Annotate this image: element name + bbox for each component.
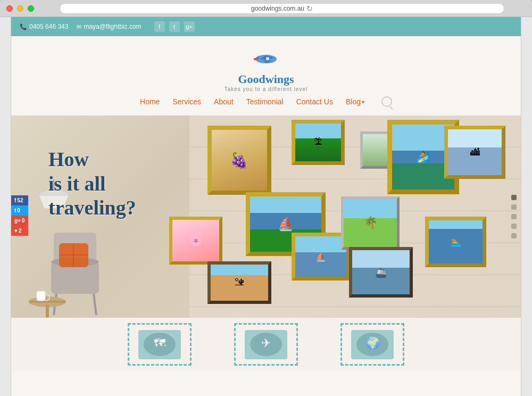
logo-tagline: Takes you to a different level bbox=[225, 86, 308, 92]
nav-about[interactable]: About bbox=[214, 97, 234, 106]
stamp-inner-2: ✈ bbox=[245, 330, 287, 359]
close-button[interactable] bbox=[6, 5, 13, 12]
photo-frame-10: 🚢 bbox=[349, 247, 413, 298]
scroll-dot-5[interactable] bbox=[511, 233, 517, 238]
site-header: Goodwings Takes you to a different level… bbox=[11, 36, 521, 116]
logo-icon bbox=[247, 46, 285, 72]
maximize-button[interactable] bbox=[28, 5, 34, 12]
googleplus-icon: g+ bbox=[14, 218, 21, 224]
scroll-dot-1[interactable] bbox=[511, 195, 517, 200]
website-content: 📞 0405 646 343 ✉ maya@flightbiz.com f t … bbox=[11, 17, 521, 396]
twitter-topbar-icon[interactable]: t bbox=[169, 21, 180, 32]
nav-blog-dropdown[interactable]: Blog ▾ bbox=[346, 97, 364, 106]
facebook-icon: f bbox=[14, 197, 16, 203]
social-icons-topbar: f t g+ bbox=[154, 21, 195, 32]
social-sidebar: f 52 t 0 g+ 0 ♥ 2 bbox=[11, 195, 28, 236]
phone-info: 📞 0405 646 343 bbox=[20, 23, 68, 30]
photo-frame-6: 🌸 bbox=[169, 217, 222, 265]
googleplus-count: 0 bbox=[22, 218, 25, 224]
scroll-dot-2[interactable] bbox=[511, 204, 517, 210]
stamp-inner-3: 🌍 bbox=[351, 330, 394, 359]
nav-contact[interactable]: Contact Us bbox=[296, 97, 333, 106]
phone-icon: 📞 bbox=[20, 23, 27, 30]
facebook-count: 52 bbox=[17, 197, 23, 203]
hero-line2: is it all bbox=[48, 172, 106, 195]
svg-text:🌍: 🌍 bbox=[365, 336, 380, 350]
below-hero-section: 🗺 ✈ 🌍 bbox=[11, 318, 521, 371]
main-navigation: Home Services About Testimonial Contact … bbox=[140, 92, 392, 111]
url-text: goodwings.com.au bbox=[251, 5, 304, 12]
address-bar[interactable]: goodwings.com.au ↻ bbox=[60, 3, 504, 14]
nav-home[interactable]: Home bbox=[140, 97, 160, 106]
svg-line-13 bbox=[94, 294, 96, 315]
scroll-dots[interactable] bbox=[511, 195, 517, 238]
search-icon[interactable] bbox=[381, 96, 392, 107]
browser-window: goodwings.com.au ↻ 📞 0405 646 343 ✉ maya… bbox=[0, 0, 532, 396]
photo-frames-area: 🍇 🏝 🏄 bbox=[139, 116, 521, 318]
chevron-down-icon: ▾ bbox=[362, 99, 364, 105]
nav-services[interactable]: Services bbox=[172, 97, 201, 106]
browser-titlebar: goodwings.com.au ↻ bbox=[0, 0, 532, 17]
svg-rect-18 bbox=[29, 301, 66, 303]
facebook-topbar-icon[interactable]: f bbox=[154, 21, 165, 32]
stamp-inner-1: 🗺 bbox=[138, 330, 181, 359]
hero-line3: traveling? bbox=[48, 196, 136, 219]
scroll-dot-4[interactable] bbox=[511, 224, 517, 229]
email-address[interactable]: maya@flightbiz.com bbox=[84, 23, 141, 30]
svg-text:🗺: 🗺 bbox=[154, 336, 166, 350]
photo-frame-12: 🏙 bbox=[444, 126, 505, 179]
svg-point-4 bbox=[266, 57, 269, 60]
svg-rect-20 bbox=[37, 291, 45, 301]
minimize-button[interactable] bbox=[17, 5, 23, 12]
stamp-3: 🌍 bbox=[340, 323, 404, 366]
email-info: ✉ maya@flightbiz.com bbox=[77, 23, 141, 30]
photo-frame-11: 🏊 bbox=[425, 217, 486, 267]
heart-count: 2 bbox=[19, 228, 22, 234]
logo-container: Goodwings Takes you to a different level bbox=[225, 46, 308, 92]
googleplus-sidebar[interactable]: g+ 0 bbox=[11, 216, 28, 226]
nav-blog-label[interactable]: Blog bbox=[346, 97, 361, 106]
photo-frame-1: 🍇 bbox=[207, 126, 271, 195]
googleplus-topbar-icon[interactable]: g+ bbox=[184, 21, 195, 32]
heart-sidebar[interactable]: ♥ 2 bbox=[11, 226, 28, 236]
phone-number: 0405 646 343 bbox=[29, 23, 68, 30]
photo-frame-2: 🏝 bbox=[292, 120, 345, 165]
svg-text:✈: ✈ bbox=[261, 336, 271, 350]
stamp-1: 🗺 bbox=[128, 323, 192, 366]
photo-frame-9: 🌴 bbox=[341, 196, 400, 250]
nav-testimonial[interactable]: Testimonial bbox=[246, 97, 284, 106]
scroll-dot-3[interactable] bbox=[511, 214, 517, 219]
hero-section: f 52 t 0 g+ 0 ♥ 2 How bbox=[11, 116, 521, 318]
svg-rect-5 bbox=[254, 58, 257, 60]
stamp-2: ✈ bbox=[234, 323, 298, 366]
twitter-count: 0 bbox=[17, 208, 20, 213]
twitter-sidebar[interactable]: t 0 bbox=[11, 205, 28, 216]
refresh-icon[interactable]: ↻ bbox=[306, 4, 313, 13]
top-bar: 📞 0405 646 343 ✉ maya@flightbiz.com f t … bbox=[11, 17, 521, 36]
email-icon: ✉ bbox=[77, 23, 81, 30]
twitter-icon: t bbox=[14, 208, 16, 213]
hero-line1: How bbox=[48, 148, 89, 170]
hero-text-block: How is it all traveling? bbox=[48, 147, 136, 220]
facebook-sidebar[interactable]: f 52 bbox=[11, 195, 28, 205]
heart-icon: ♥ bbox=[14, 228, 18, 234]
svg-rect-19 bbox=[46, 304, 49, 318]
logo-text[interactable]: Goodwings bbox=[238, 72, 294, 86]
hero-heading: How is it all traveling? bbox=[48, 147, 136, 220]
photo-frame-7: 🏜 bbox=[207, 261, 271, 304]
